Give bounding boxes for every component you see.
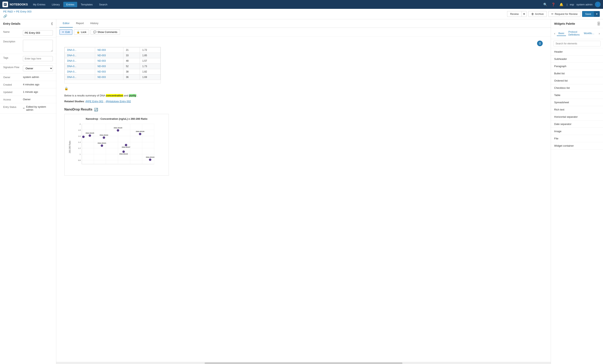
tab-history[interactable]: History (87, 19, 102, 28)
description-textarea[interactable] (23, 40, 53, 52)
table-cell-nd[interactable]: ND-003 (95, 53, 123, 58)
review-dropdown-btn[interactable]: ▾ (522, 11, 527, 17)
widget-item[interactable]: Bullet list (551, 70, 603, 77)
table-cell-nd[interactable]: ND-003 (95, 47, 123, 53)
access-value: Owner (23, 98, 53, 101)
table-cell-dna[interactable]: DNA-0... (65, 64, 95, 69)
editor-area[interactable]: ☰ DNA-0... ND-003 21 1.72 DNA-0... ND-00… (56, 36, 551, 362)
table-cell-dna[interactable]: DNA-0... (65, 47, 95, 53)
svg-text:DNA-00105: DNA-00105 (86, 132, 94, 134)
widget-item[interactable]: Paragraph (551, 63, 603, 70)
tags-label: Tags (3, 56, 21, 59)
tags-row: Tags (0, 54, 56, 63)
table-cell-dna[interactable]: DNA-0... (65, 58, 95, 64)
tags-input[interactable] (23, 56, 53, 61)
table-cell-nd[interactable]: ND-003 (95, 69, 123, 75)
related-link-1[interactable]: @PE Entry 001 (85, 100, 104, 103)
palette-tab-workflow[interactable]: Workflow Definitio... (582, 31, 597, 36)
widget-list: HeaderSubheaderParagraphBullet listOrder… (551, 48, 603, 149)
description-row: Description (0, 38, 56, 54)
request-review-button[interactable]: ✏ Request for Review (548, 11, 580, 17)
widget-item[interactable]: Rich text (551, 106, 603, 113)
header-actions: Review ▾ 🗑 Archive ✏ Request for Review … (507, 11, 600, 17)
tabs-bar: Editor Report History (56, 19, 551, 28)
entry-details-title: Entry Details (3, 22, 21, 25)
widget-item[interactable]: Subheader (551, 56, 603, 63)
edit-button[interactable]: ✏ Edit (59, 29, 72, 35)
breadcrumb-link-icon[interactable]: 🔗 (3, 14, 7, 18)
help-icon-btn[interactable]: ❓ (551, 2, 556, 7)
edit-icon: ✏ (62, 31, 64, 34)
user-avatar[interactable]: 👤 (595, 2, 601, 7)
widget-item[interactable]: File (551, 135, 603, 142)
nav-library[interactable]: Library (49, 2, 63, 7)
table-cell-nd[interactable]: ND-003 (95, 58, 123, 64)
nav-templates[interactable]: Templates (78, 2, 95, 7)
palette-search (551, 39, 603, 48)
table-row: DNA-0... ND-003 48 1.57 (65, 58, 161, 64)
widgets-palette: Widgets Palette ⟫ ‹ Basic Protocol Defin… (551, 19, 603, 364)
context-menu-icon[interactable]: ☰ (537, 41, 543, 46)
svg-text:1.8: 1.8 (78, 129, 81, 131)
signature-flow-select[interactable]: Owner (23, 66, 53, 71)
svg-text:DNA-00104: DNA-00104 (146, 156, 155, 158)
widget-item[interactable]: Table (551, 91, 603, 99)
table-cell-val1: 38 (123, 69, 140, 75)
table-cell-nd[interactable]: ND-003 (95, 75, 123, 80)
widget-item[interactable]: Image (551, 128, 603, 135)
nav-my-entries[interactable]: My Entries (30, 2, 48, 7)
svg-point-31 (103, 136, 105, 139)
palette-tab-basic[interactable]: Basic (557, 31, 566, 36)
breadcrumb-parent[interactable]: PE R&D (3, 10, 13, 13)
palette-nav-prev[interactable]: ‹ (553, 31, 556, 36)
palette-search-input[interactable] (553, 41, 601, 46)
collapse-btn[interactable]: ⟪ (51, 22, 53, 25)
bell-icon-btn[interactable]: 🔔 (558, 2, 564, 7)
widget-item[interactable]: Date separator (551, 121, 603, 128)
horizontal-scrollbar[interactable] (56, 362, 551, 364)
editor-panel: Editor Report History ✏ Edit 🔒 Lock 💬 Sh… (56, 19, 551, 364)
show-comments-button[interactable]: 💬 Show Comments (91, 29, 120, 35)
table-cell-val2: 1.73 (140, 64, 161, 69)
chart-section: NanoDrop Results 🔄 Nanodrop - Concentrat… (64, 108, 543, 176)
table-cell-dna[interactable]: DNA-0... (65, 53, 95, 58)
archive-button[interactable]: 🗑 Archive (528, 11, 547, 17)
widget-item[interactable]: Horizontal separator (551, 113, 603, 121)
search-icon-btn[interactable]: 🔍 (543, 2, 548, 7)
app-logo[interactable]: NOTEBOOKS (2, 2, 28, 7)
data-table-scroll[interactable]: DNA-0... ND-003 21 1.72 DNA-0... ND-003 … (64, 47, 161, 83)
palette-nav-next[interactable]: › (598, 31, 601, 36)
palette-header: Widgets Palette ⟫ (551, 19, 603, 28)
review-button[interactable]: Review (507, 11, 522, 17)
entry-status-row: Entry Status ✏ Edited by system admin (0, 103, 56, 114)
svg-point-43 (82, 136, 85, 138)
table-cell-dna[interactable]: DNA-0... (65, 69, 95, 75)
palette-collapse-btn[interactable]: ⟫ (598, 22, 600, 25)
svg-rect-3 (4, 5, 5, 5)
svg-rect-1 (4, 4, 6, 4)
widget-item[interactable]: Ordered list (551, 77, 603, 84)
table-cell-dna[interactable]: DNA-0... (65, 75, 95, 80)
palette-tab-protocol[interactable]: Protocol Definitions (567, 30, 581, 37)
nav-search[interactable]: Search (96, 2, 110, 7)
save-button[interactable]: Save (582, 11, 594, 17)
summary-text: Below is a results summary of DNA (64, 94, 105, 97)
app-name: NOTEBOOKS (10, 3, 28, 6)
name-input[interactable] (23, 30, 53, 35)
tab-editor[interactable]: Editor (59, 19, 73, 28)
scrollbar-thumb[interactable] (205, 362, 402, 364)
save-dropdown-btn[interactable]: ▾ (594, 11, 600, 17)
widget-item[interactable]: Widget container (551, 142, 603, 149)
widget-item[interactable]: Checkbox list (551, 84, 603, 91)
related-link-2[interactable]: @Histology Entry 002 (105, 100, 131, 103)
nav-right: 🔍 ❓ 🔔 | esp system admin 👤 (543, 2, 601, 7)
table-cell-nd[interactable]: ND-003 (95, 64, 123, 69)
table-cell-val2: 1.72 (140, 47, 161, 53)
tab-report[interactable]: Report (73, 19, 87, 28)
nav-entries[interactable]: Entries (63, 2, 77, 7)
widget-item[interactable]: Header (551, 48, 603, 56)
lock-button[interactable]: 🔒 Lock (74, 29, 89, 35)
inline-lock-icon: 🔒 (64, 87, 543, 91)
refresh-icon[interactable]: 🔄 (94, 108, 98, 112)
widget-item[interactable]: Spreadsheet (551, 99, 603, 106)
